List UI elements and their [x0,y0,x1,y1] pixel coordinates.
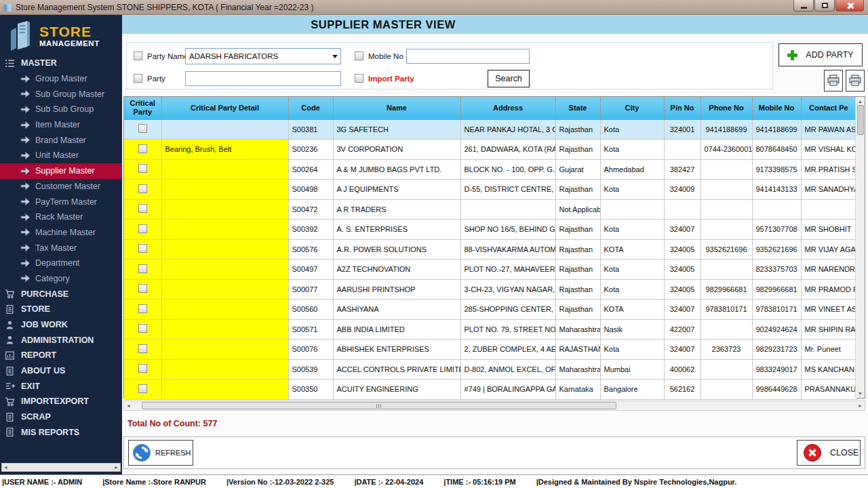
cell-contact-person[interactable]: MR NARENDRA [801,260,856,280]
cell-code[interactable]: S00571 [288,319,333,340]
cell-name[interactable]: A & M JUMBO BAGS PVT LTD. [333,159,460,180]
cell-city[interactable]: Kota [600,220,664,240]
cell-contact-person[interactable]: MR PRAMOD PA [801,279,856,300]
cell-critical-party[interactable] [124,199,161,220]
column-header[interactable]: Mobile No [752,97,801,119]
cell-state[interactable]: Rajasthan [555,239,600,260]
cell-name[interactable]: ACCEL CONTROLS PRIVATE LIMITED [333,359,460,380]
cell-city[interactable]: Mumbai [600,359,664,380]
sidebar-item[interactable]: EXIT [0,378,122,394]
cell-phone-no[interactable]: 9829966681 [701,279,752,300]
cell-critical-party-detail[interactable] [161,300,288,320]
refresh-button[interactable]: REFRESH [128,440,193,466]
cell-critical-party[interactable] [124,220,161,240]
cell-state[interactable]: Rajasthan [555,260,600,280]
cell-name[interactable]: A.R. POWER SOLUTIONS [333,239,460,260]
sidebar-item[interactable]: ADMINISTRATION [0,332,122,348]
cell-address[interactable]: PLOT NO. 79, STREET NO. ... [460,319,555,340]
critical-party-checkbox[interactable] [138,244,147,253]
cell-address[interactable]: PLOT NO.-27, MAHAVEER ... [460,260,555,280]
cell-pin-no[interactable]: 324009 [664,180,701,200]
cell-contact-person[interactable]: MR VISHAL KOK [801,140,856,160]
cell-code[interactable]: S00497 [288,260,333,280]
cell-contact-person[interactable]: PRASANNAKUM [801,380,856,400]
sidebar-item[interactable]: Supplier Master [0,163,122,179]
critical-party-checkbox[interactable] [138,124,147,133]
cell-contact-person[interactable]: MR SHOBHIT [801,220,856,240]
sidebar-item[interactable]: IMPORTEXPORT [0,394,122,409]
party-input[interactable] [185,71,341,86]
cell-contact-person[interactable]: MR SANADHYA [801,180,856,200]
party-name-checkbox[interactable] [134,52,142,60]
table-row[interactable]: S00576 A.R. POWER SOLUTIONS 88-VISHVAKAR… [124,239,856,260]
sidebar-item[interactable]: Item Master [0,117,122,133]
cell-code[interactable]: S00076 [288,340,333,360]
cell-name[interactable]: A J EQUIPMENTS [333,180,460,200]
cell-critical-party[interactable] [124,180,161,200]
cell-mobile-no[interactable]: 9783810171 [752,300,801,320]
cell-code[interactable]: S00381 [288,119,333,140]
sidebar-item[interactable]: Category [0,271,122,287]
column-header[interactable]: State [555,97,600,119]
table-row[interactable]: S00498 A J EQUIPMENTS D-55, DISTRICT CEN… [124,180,856,200]
cell-code[interactable]: S00264 [288,159,333,180]
sidebar-item[interactable]: Sub Group Master [0,86,122,102]
cell-address[interactable]: NEAR PANKAJ HOTAL, 3 G... [460,119,555,140]
cell-address[interactable]: #749 | BORALINGAPPA GA... [460,380,555,400]
party-checkbox[interactable] [134,74,142,83]
critical-party-checkbox[interactable] [138,264,147,273]
cell-name[interactable]: 3G SAFETECH [333,119,460,140]
cell-name[interactable]: 3V CORPORATION [333,140,460,160]
cell-phone-no[interactable] [701,199,752,220]
cell-city[interactable]: Kota [600,119,664,140]
cell-address[interactable]: 285-SHOPPING CENTER, K... [460,300,555,320]
table-row[interactable]: S00571 ABB INDIA LIMITED PLOT NO. 79, ST… [124,319,856,340]
table-row[interactable]: Bearing, Brush, Belt S00236 3V CORPORATI… [124,140,856,160]
cell-city[interactable]: Kota [600,279,664,300]
cell-mobile-no[interactable]: 8078648450 [752,140,801,160]
table-row[interactable]: S00472 A R TRADERS Not Applicable [124,199,856,220]
column-header[interactable]: City [600,97,664,119]
cell-phone-no[interactable] [701,159,752,180]
cell-state[interactable]: Rajasthan [555,220,600,240]
cell-address[interactable]: 2, ZUBER COMPLEX, 4 AER... [460,340,555,360]
cell-contact-person[interactable]: MR SHIPIN RATH [801,319,856,340]
cell-critical-party-detail[interactable] [161,359,288,380]
cell-mobile-no[interactable] [752,199,801,220]
cell-phone-no[interactable]: 9414188699 [701,119,752,140]
cell-state[interactable]: RAJASTHAN [555,340,600,360]
cell-code[interactable]: S00236 [288,140,333,160]
sidebar-item[interactable]: Tax Master [0,240,122,256]
cell-phone-no[interactable]: 9352621696 [701,239,752,260]
sidebar-item[interactable]: Customer Master [0,179,122,195]
scroll-up-icon[interactable]: ▲ [858,99,863,104]
cell-city[interactable]: Ahmedabad [600,159,664,180]
cell-code[interactable]: S00077 [288,279,333,300]
cell-address[interactable]: 3-CH-23, VIGYAN NAGAR, ... [460,279,555,300]
column-header[interactable]: Address [460,97,555,119]
table-row[interactable]: S00392 A. S. ENTERPRISES SHOP NO 16/5, B… [124,220,856,240]
cell-critical-party[interactable] [124,239,161,260]
cell-pin-no[interactable] [664,199,701,220]
cell-name[interactable]: ABB INDIA LIMITED [333,319,460,340]
cell-phone-no[interactable]: 2363723 [701,340,752,360]
critical-party-checkbox[interactable] [138,164,147,173]
cell-mobile-no[interactable]: 9173398575 [752,159,801,180]
critical-party-checkbox[interactable] [138,324,147,333]
add-party-button[interactable]: ADD PARTY [778,43,863,66]
cell-pin-no[interactable]: 400062 [664,359,701,380]
cell-critical-party-detail[interactable] [161,380,288,400]
cell-critical-party-detail[interactable] [161,119,288,140]
cell-code[interactable]: S00392 [288,220,333,240]
sidebar-item[interactable]: STORE [0,302,122,317]
cell-mobile-no[interactable]: 9352621696 [752,239,801,260]
critical-party-checkbox[interactable] [138,144,147,153]
cell-mobile-no[interactable]: 8233375703 [752,260,801,280]
cell-address[interactable]: D-802, ANMOL EXCEL, OF... [460,359,555,380]
cell-address[interactable]: BLOCK NO. - 100, OPP. G... [460,159,555,180]
cell-pin-no[interactable] [664,140,701,160]
cell-state[interactable]: Rajasthan [555,180,600,200]
cell-critical-party[interactable] [124,159,161,180]
cell-contact-person[interactable]: MR PAWAN ASN [801,119,856,140]
sidebar-horizontal-scrollbar[interactable]: ◄ ► [1,463,121,472]
